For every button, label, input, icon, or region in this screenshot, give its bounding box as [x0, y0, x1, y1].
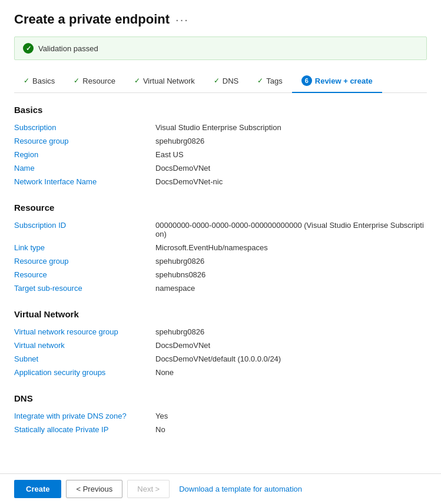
- field-asg-label: Application security groups: [14, 368, 155, 377]
- field-sub-id-label: Subscription ID: [14, 221, 155, 238]
- field-resource-group-basics: Resource group spehubrg0826: [14, 134, 427, 148]
- field-subscription-label: Subscription: [14, 123, 155, 132]
- tab-dns[interactable]: ✓ DNS: [204, 72, 248, 92]
- field-target-value: namespace: [155, 284, 427, 293]
- field-nic-value: DocsDemoVNet-nic: [155, 177, 427, 186]
- field-integrate-dns: Integrate with private DNS zone? Yes: [14, 409, 427, 423]
- section-dns: DNS Integrate with private DNS zone? Yes…: [14, 393, 427, 436]
- field-subscription-id: Subscription ID 00000000-0000-0000-0000-…: [14, 218, 427, 241]
- tab-review-label: Review + create: [315, 77, 373, 85]
- tab-dns-check: ✓: [214, 77, 220, 85]
- field-subnet-label: Subnet: [14, 354, 155, 363]
- field-asg: Application security groups None: [14, 366, 427, 379]
- section-resource: Resource Subscription ID 00000000-0000-0…: [14, 203, 427, 295]
- field-resource-group-resource: Resource group spehubrg0826: [14, 254, 427, 268]
- tab-dns-label: DNS: [223, 77, 238, 85]
- field-static-ip: Statically allocate Private IP No: [14, 423, 427, 436]
- tab-review-badge: 6: [301, 75, 312, 86]
- tab-tags-label: Tags: [266, 77, 282, 85]
- field-subscription-value: Visual Studio Enterprise Subscription: [155, 123, 427, 132]
- field-name: Name DocsDemoVNet: [14, 161, 427, 175]
- validation-text: Validation passed: [38, 44, 98, 53]
- field-name-value: DocsDemoVNet: [155, 164, 427, 173]
- field-resource-label: Resource: [14, 270, 155, 279]
- tab-basics-label: Basics: [32, 77, 55, 85]
- tab-review-create[interactable]: 6 Review + create: [292, 71, 382, 93]
- field-resource-value: spehubns0826: [155, 270, 427, 279]
- tab-basics-check: ✓: [24, 77, 29, 85]
- previous-button[interactable]: < Previous: [66, 480, 122, 498]
- field-vnet-value: DocsDemoVNet: [155, 341, 427, 350]
- field-target-sub-resource: Target sub-resource namespace: [14, 281, 427, 295]
- section-virtual-network: Virtual Network Virtual network resource…: [14, 309, 427, 379]
- section-vnet-title: Virtual Network: [14, 309, 427, 319]
- field-subscription: Subscription Visual Studio Enterprise Su…: [14, 121, 427, 134]
- field-link-type-value: Microsoft.EventHub/namespaces: [155, 243, 427, 252]
- field-subnet: Subnet DocsDemoVNet/default (10.0.0.0/24…: [14, 352, 427, 366]
- page-title-menu[interactable]: ···: [175, 13, 189, 26]
- tab-vnet-label: Virtual Network: [143, 77, 195, 85]
- create-button[interactable]: Create: [14, 480, 61, 498]
- field-asg-value: None: [155, 368, 427, 377]
- field-vnet-label: Virtual network: [14, 341, 155, 350]
- footer: Create < Previous Next > Download a temp…: [0, 473, 441, 504]
- field-name-label: Name: [14, 164, 155, 173]
- field-static-ip-value: No: [155, 425, 427, 434]
- tab-basics[interactable]: ✓ Basics: [14, 72, 64, 92]
- field-nic-label: Network Interface Name: [14, 177, 155, 186]
- tab-resource-label: Resource: [82, 77, 115, 85]
- field-rg-basics-label: Resource group: [14, 137, 155, 145]
- tab-resource-check: ✓: [74, 77, 79, 85]
- field-rg-resource-label: Resource group: [14, 257, 155, 266]
- field-nic-name: Network Interface Name DocsDemoVNet-nic: [14, 175, 427, 188]
- field-vnet-rg-value: spehubrg0826: [155, 327, 427, 336]
- field-integrate-dns-value: Yes: [155, 412, 427, 420]
- field-link-type-label: Link type: [14, 243, 155, 252]
- tab-tags-check: ✓: [257, 77, 263, 85]
- section-basics-title: Basics: [14, 105, 427, 115]
- validation-success-icon: [23, 43, 34, 54]
- field-region-label: Region: [14, 150, 155, 159]
- field-sub-id-value: 00000000-0000-0000-0000-000000000000 (Vi…: [155, 221, 427, 238]
- field-target-label: Target sub-resource: [14, 284, 155, 293]
- field-rg-basics-value: spehubrg0826: [155, 137, 427, 145]
- field-subnet-value: DocsDemoVNet/default (10.0.0.0/24): [155, 354, 427, 363]
- download-template-link[interactable]: Download a template for automation: [179, 485, 302, 493]
- field-rg-resource-value: spehubrg0826: [155, 257, 427, 266]
- field-region: Region East US: [14, 148, 427, 161]
- field-vnet: Virtual network DocsDemoVNet: [14, 339, 427, 352]
- field-region-value: East US: [155, 150, 427, 159]
- section-resource-title: Resource: [14, 203, 427, 213]
- wizard-tabs: ✓ Basics ✓ Resource ✓ Virtual Network ✓ …: [14, 71, 427, 93]
- next-button: Next >: [127, 480, 170, 498]
- page-title: Create a private endpoint: [14, 12, 170, 27]
- section-basics: Basics Subscription Visual Studio Enterp…: [14, 105, 427, 188]
- field-vnet-rg-label: Virtual network resource group: [14, 327, 155, 336]
- field-resource: Resource spehubns0826: [14, 268, 427, 281]
- tab-vnet-check: ✓: [134, 77, 140, 85]
- tab-virtual-network[interactable]: ✓ Virtual Network: [125, 72, 204, 92]
- validation-banner: Validation passed: [14, 37, 427, 60]
- field-integrate-dns-label: Integrate with private DNS zone?: [14, 412, 155, 420]
- tab-tags[interactable]: ✓ Tags: [248, 72, 291, 92]
- field-vnet-rg: Virtual network resource group spehubrg0…: [14, 325, 427, 339]
- field-link-type: Link type Microsoft.EventHub/namespaces: [14, 241, 427, 254]
- section-dns-title: DNS: [14, 393, 427, 403]
- tab-resource[interactable]: ✓ Resource: [64, 72, 125, 92]
- field-static-ip-label: Statically allocate Private IP: [14, 425, 155, 434]
